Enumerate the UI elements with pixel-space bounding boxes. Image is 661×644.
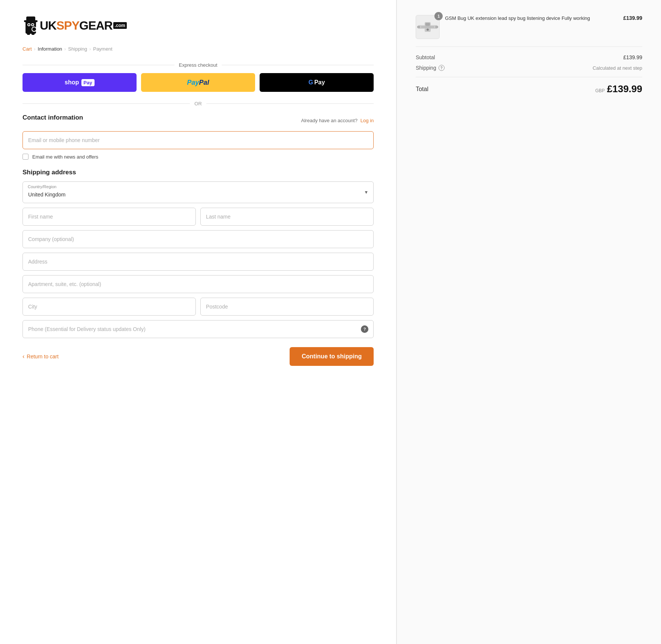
logo-dot: .com xyxy=(113,22,127,29)
newsletter-label: Email me with news and offers xyxy=(32,154,98,160)
shop-pay-button[interactable]: shop Pay xyxy=(23,73,137,92)
company-input[interactable] xyxy=(23,230,374,248)
breadcrumb-shipping: Shipping xyxy=(68,46,87,52)
newsletter-checkbox[interactable] xyxy=(23,154,29,160)
last-name-group xyxy=(200,208,374,226)
paypal-logo: PayPal xyxy=(187,79,209,87)
account-text: Already have an account? xyxy=(301,118,358,123)
item-image-wrap: 1 xyxy=(416,15,440,39)
first-name-input[interactable] xyxy=(23,208,196,226)
contact-section: Contact information Already have an acco… xyxy=(23,114,374,160)
account-prompt: Already have an account? Log in xyxy=(301,117,374,123)
svg-rect-15 xyxy=(425,23,430,26)
breadcrumb-sep-1: › xyxy=(34,46,36,52)
subtotal-value: £139.99 xyxy=(623,54,642,60)
breadcrumb: Cart › Information › Shipping › Payment xyxy=(23,46,374,52)
item-quantity-badge: 1 xyxy=(434,12,443,20)
chevron-left-icon: ‹ xyxy=(23,353,24,360)
continue-to-shipping-button[interactable]: Continue to shipping xyxy=(290,347,374,366)
address-group xyxy=(23,253,374,271)
shop-text: shop xyxy=(65,79,79,86)
phone-input[interactable] xyxy=(23,320,374,338)
phone-help-icon[interactable]: ? xyxy=(361,325,368,333)
shipping-value: Calculated at next step xyxy=(593,65,642,71)
svg-point-6 xyxy=(32,24,33,25)
shipping-address-title: Shipping address xyxy=(23,169,374,176)
logo-icon xyxy=(23,15,39,36)
country-group: Country/Region United Kingdom United Sta… xyxy=(23,181,374,203)
email-group xyxy=(23,131,374,149)
newsletter-row: Email me with news and offers xyxy=(23,154,374,160)
city-group xyxy=(23,298,196,316)
breadcrumb-cart[interactable]: Cart xyxy=(23,46,32,52)
paypal-button[interactable]: PayPal xyxy=(141,73,255,92)
express-checkout-section: Express checkout shop Pay PayPal G Pay xyxy=(23,62,374,92)
express-buttons: shop Pay PayPal G Pay xyxy=(23,73,374,92)
breadcrumb-payment: Payment xyxy=(93,46,112,52)
last-name-input[interactable] xyxy=(200,208,374,226)
country-select[interactable]: United Kingdom United States Germany Fra… xyxy=(23,181,374,203)
svg-point-16 xyxy=(427,28,429,31)
item-details: GSM Bug UK extension lead spy bug listen… xyxy=(445,15,618,22)
express-divider: Express checkout xyxy=(23,62,374,68)
phone-group: ? xyxy=(23,320,374,338)
or-text: OR xyxy=(194,101,202,106)
total-row: Total GBP £139.99 xyxy=(416,77,642,95)
contact-title: Contact information xyxy=(23,114,83,121)
logo: UK SPY GEAR .com xyxy=(23,15,127,36)
shipping-label: Shipping ? xyxy=(416,65,445,71)
total-value-wrap: GBP £139.99 xyxy=(595,83,642,95)
city-postcode-row xyxy=(23,298,374,320)
right-panel: 1 GSM Bug UK extension lead spy bug list… xyxy=(397,0,661,644)
svg-rect-9 xyxy=(27,33,30,35)
postcode-group xyxy=(200,298,374,316)
svg-rect-10 xyxy=(32,33,35,35)
order-item: 1 GSM Bug UK extension lead spy bug list… xyxy=(416,15,642,47)
svg-rect-13 xyxy=(435,26,438,28)
shipping-help-icon[interactable]: ? xyxy=(439,65,445,71)
left-panel: UK SPY GEAR .com Cart › Information › Sh… xyxy=(0,0,397,644)
pay-badge: Pay xyxy=(81,79,95,86)
return-label: Return to cart xyxy=(27,353,59,359)
or-divider: OR xyxy=(23,101,374,106)
first-name-group xyxy=(23,208,196,226)
postcode-input[interactable] xyxy=(200,298,374,316)
item-name: GSM Bug UK extension lead spy bug listen… xyxy=(445,15,618,22)
shop-pay-logo: shop Pay xyxy=(65,79,94,86)
subtotal-label: Subtotal xyxy=(416,54,435,60)
item-price: £139.99 xyxy=(623,15,642,21)
gpay-logo: G Pay xyxy=(308,79,325,86)
company-group xyxy=(23,230,374,248)
svg-rect-17 xyxy=(421,26,434,28)
apt-group xyxy=(23,275,374,293)
total-label: Total xyxy=(416,86,428,93)
gpay-button[interactable]: G Pay xyxy=(260,73,374,92)
shipping-address-section: Shipping address Country/Region United K… xyxy=(23,169,374,338)
return-to-cart-link[interactable]: ‹ Return to cart xyxy=(23,353,59,360)
shipping-row: Shipping ? Calculated at next step xyxy=(416,65,642,71)
subtotal-row: Subtotal £139.99 xyxy=(416,54,642,60)
contact-header: Contact information Already have an acco… xyxy=(23,114,374,127)
total-currency: GBP xyxy=(595,88,605,93)
name-row xyxy=(23,208,374,230)
login-link[interactable]: Log in xyxy=(361,118,374,123)
product-image-svg xyxy=(417,19,438,35)
apt-input[interactable] xyxy=(23,275,374,293)
express-label: Express checkout xyxy=(179,62,218,68)
logo-area: UK SPY GEAR .com xyxy=(23,15,374,37)
svg-rect-12 xyxy=(417,26,420,28)
breadcrumb-sep-3: › xyxy=(89,46,91,52)
total-amount: £139.99 xyxy=(607,83,642,95)
email-input[interactable] xyxy=(23,131,374,149)
city-input[interactable] xyxy=(23,298,196,316)
breadcrumb-information: Information xyxy=(38,46,62,52)
breadcrumb-sep-2: › xyxy=(65,46,66,52)
form-footer: ‹ Return to cart Continue to shipping xyxy=(23,347,374,366)
svg-rect-2 xyxy=(24,20,38,22)
svg-point-5 xyxy=(28,24,30,25)
country-select-wrapper: Country/Region United Kingdom United Sta… xyxy=(23,181,374,203)
address-input[interactable] xyxy=(23,253,374,271)
